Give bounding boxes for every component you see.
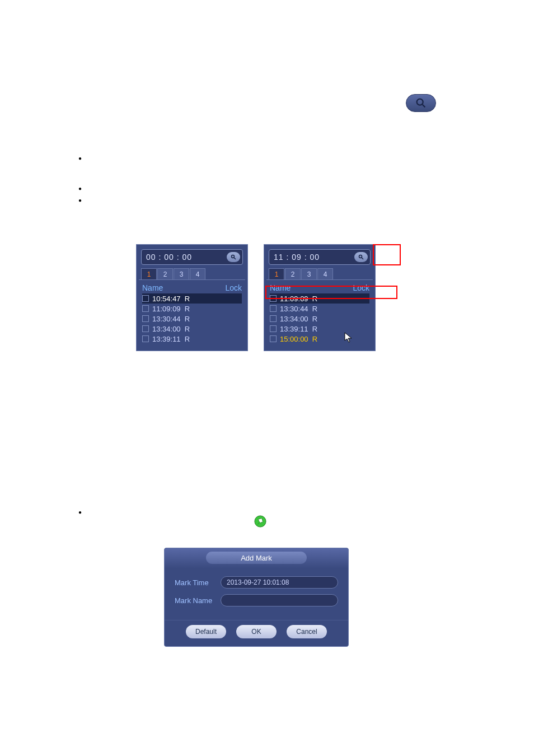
svg-line-5 [362, 258, 363, 259]
cancel-button[interactable]: Cancel [287, 625, 327, 638]
list-header: Name Lock [139, 279, 245, 293]
tab-3[interactable]: 3 [174, 268, 189, 279]
bullet-list: ● ● ● ● [78, 156, 82, 203]
dialog-titlebar: Add Mark [165, 548, 348, 568]
file-list: 10:54:47 R 11:09:09 R 13:30:44 R 13:34:0… [137, 293, 247, 351]
time-value: 00 : 00 : 00 [144, 253, 227, 262]
tab-1[interactable]: 1 [269, 268, 284, 279]
mark-name-field[interactable] [221, 594, 338, 606]
list-item[interactable]: 11:09:09 R [142, 304, 242, 314]
checkbox[interactable] [142, 295, 149, 302]
tab-4[interactable]: 4 [190, 268, 205, 279]
list-item[interactable]: 13:39:11 R [142, 334, 242, 344]
checkbox[interactable] [270, 325, 277, 332]
svg-point-2 [232, 255, 235, 258]
tab-4[interactable]: 4 [317, 268, 333, 279]
list-item[interactable]: 13:34:00 R [270, 314, 369, 324]
highlight-annotation [265, 286, 397, 299]
highlight-annotation [373, 244, 401, 265]
time-input-box[interactable]: 00 : 00 : 00 [141, 249, 243, 265]
svg-line-1 [423, 105, 425, 108]
ok-button[interactable]: OK [236, 625, 277, 638]
mark-time-field[interactable]: 2013-09-27 10:01:08 [221, 576, 338, 589]
header-lock: Lock [219, 283, 242, 292]
channel-tabs: 1 2 3 4 [141, 268, 243, 279]
time-search-button[interactable] [227, 252, 240, 262]
mouse-cursor-icon [344, 332, 353, 343]
default-button[interactable]: Default [186, 625, 226, 638]
tab-2[interactable]: 2 [285, 268, 301, 279]
mark-pin-icon [254, 515, 266, 528]
mark-time-label: Mark Time [175, 578, 221, 587]
magnify-icon [230, 254, 237, 260]
checkbox[interactable] [142, 315, 149, 322]
checkbox[interactable] [270, 305, 277, 312]
svg-point-0 [417, 99, 423, 105]
checkbox[interactable] [142, 325, 149, 332]
list-item[interactable]: 10:54:47 R [142, 293, 242, 304]
svg-line-3 [234, 258, 236, 259]
dialog-title: Add Mark [206, 552, 307, 564]
list-item[interactable]: 13:34:00 R [142, 324, 242, 334]
header-name: Name [142, 283, 219, 292]
checkbox[interactable] [142, 335, 149, 342]
tab-1[interactable]: 1 [141, 268, 157, 279]
magnify-icon [358, 254, 364, 260]
tab-2[interactable]: 2 [157, 268, 173, 279]
list-search-button[interactable] [406, 94, 436, 112]
time-search-button[interactable] [354, 252, 368, 262]
checkbox[interactable] [142, 305, 149, 312]
checkbox[interactable] [270, 315, 277, 322]
file-list: 11:09:09 R 13:30:44 R 13:34:00 R 13:39:1… [264, 293, 375, 351]
magnify-icon [415, 97, 427, 109]
time-value: 11 : 09 : 00 [271, 253, 354, 262]
file-list-panel-1: 00 : 00 : 00 1 2 3 4 Name Lock 10:54:47 … [136, 244, 248, 351]
add-mark-dialog: Add Mark Mark Time 2013-09-27 10:01:08 M… [164, 548, 349, 647]
channel-tabs: 1 2 3 4 [269, 268, 371, 279]
tab-3[interactable]: 3 [301, 268, 317, 279]
list-item[interactable]: 13:30:44 R [142, 314, 242, 324]
list-item[interactable]: 13:39:11 R [270, 324, 369, 334]
time-input-box[interactable]: 11 : 09 : 00 [269, 249, 371, 265]
svg-point-4 [359, 255, 362, 258]
list-item[interactable]: 13:30:44 R [270, 304, 369, 314]
checkbox[interactable] [270, 335, 277, 342]
list-item[interactable]: 15:00:00 R [270, 334, 369, 344]
mark-name-label: Mark Name [175, 596, 221, 605]
